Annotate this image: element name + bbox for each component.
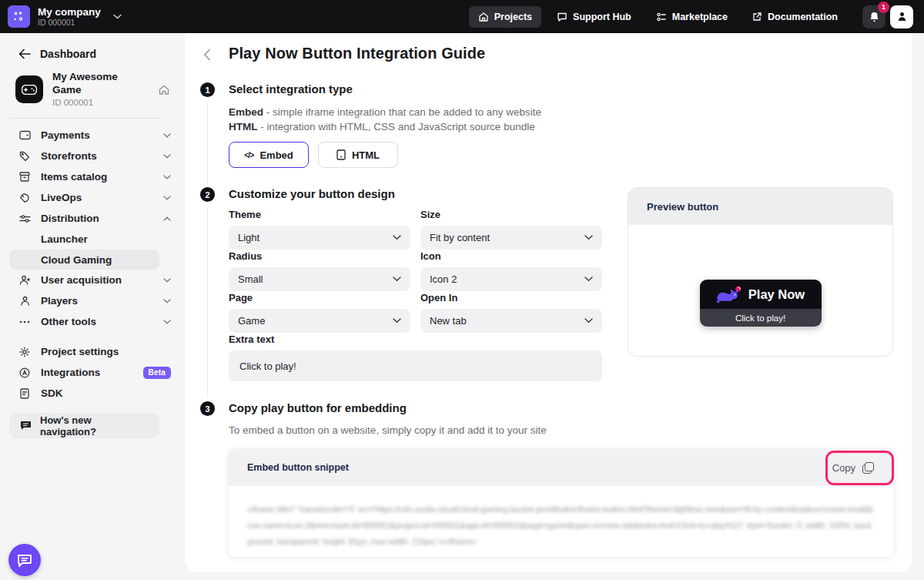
user-icon <box>896 11 908 22</box>
sidebar-item-integrations[interactable]: Integrations Beta <box>0 362 185 383</box>
nav-projects-label: Projects <box>494 12 532 22</box>
step-2-indicator: 2 <box>200 187 215 202</box>
sidebar: Dashboard My Awesome Game ID 000001 Paym… <box>0 33 185 580</box>
beta-badge: Beta <box>143 367 171 379</box>
company-switcher[interactable]: My company ID 000001 <box>8 5 122 28</box>
theme-label: Theme <box>229 209 410 220</box>
embed-type-button[interactable]: </> Embed <box>229 142 309 168</box>
main-content: Play Now Button Integration Guide 1 Sele… <box>185 33 912 572</box>
extra-text-label: Extra text <box>229 334 602 345</box>
support-chat-button[interactable] <box>8 544 41 576</box>
back-icon[interactable] <box>203 49 211 61</box>
sidebar-item-label: Integrations <box>41 367 100 378</box>
size-value: Fit by content <box>430 232 490 243</box>
project-card[interactable]: My Awesome Game ID 000001 <box>0 60 185 108</box>
nav-marketplace-label: Marketplace <box>672 12 728 22</box>
cat-icon <box>716 285 742 303</box>
new-navigation-feedback[interactable]: How's new navigation? <box>9 413 159 438</box>
chat-bubble-icon <box>17 554 32 567</box>
nav-marketplace[interactable]: Marketplace <box>647 6 737 28</box>
sidebar-item-storefronts[interactable]: Storefronts <box>0 146 185 166</box>
radius-value: Small <box>238 273 263 285</box>
nav-support-hub-label: Support Hub <box>573 12 631 22</box>
copy-button[interactable]: Copy <box>832 462 874 474</box>
sidebar-item-sdk[interactable]: SDK <box>0 383 185 404</box>
size-select[interactable]: Fit by content <box>420 226 602 250</box>
size-label: Size <box>420 209 602 220</box>
chat-bubble-icon <box>557 12 567 22</box>
gamepad-icon <box>15 75 43 103</box>
sidebar-item-label: Storefronts <box>41 150 97 162</box>
embed-term: Embed <box>229 106 263 118</box>
extra-text-input[interactable]: Click to play! <box>229 350 602 381</box>
company-logo-icon <box>8 5 30 28</box>
account-button[interactable] <box>890 5 913 28</box>
user-plus-icon <box>18 275 31 285</box>
chevron-up-icon <box>163 216 171 221</box>
open-in-select[interactable]: New tab <box>420 309 602 333</box>
chevron-down-icon <box>163 278 171 283</box>
external-link-icon <box>752 12 762 22</box>
sidebar-item-payments[interactable]: Payments <box>0 125 185 146</box>
theme-select[interactable]: Light <box>229 226 410 250</box>
size-field: Size Fit by content <box>420 209 602 250</box>
chevron-down-icon <box>163 175 171 179</box>
sidebar-item-players[interactable]: Players <box>0 290 185 311</box>
circle-a-icon <box>18 367 31 378</box>
chevron-down-icon <box>584 318 593 324</box>
html-type-button[interactable]: HTML <box>318 142 398 168</box>
sidebar-item-launcher[interactable]: Launcher <box>0 229 185 250</box>
icon-label: Icon <box>420 250 602 262</box>
back-to-dashboard[interactable]: Dashboard <box>0 33 185 60</box>
notifications-button[interactable]: 1 <box>862 5 886 28</box>
document-icon <box>18 388 31 399</box>
sidebar-item-liveops[interactable]: LiveOps <box>0 187 185 208</box>
nav-projects[interactable]: Projects <box>469 6 541 28</box>
topbar: My company ID 000001 Projects Support Hu… <box>0 0 924 33</box>
sidebar-item-label: Launcher <box>41 233 88 245</box>
sidebar-item-label: LiveOps <box>41 192 82 203</box>
project-id: ID 000001 <box>52 97 149 108</box>
integration-type-description: Embed - simple iframe integration that c… <box>229 105 541 134</box>
copy-icon <box>862 462 874 474</box>
page-select[interactable]: Game <box>229 309 410 333</box>
page-value: Game <box>238 315 265 327</box>
step-3-description: To embed a button on a website, simply c… <box>229 423 547 438</box>
icon-select[interactable]: Icon 2 <box>420 267 602 291</box>
sidebar-item-items-catalog[interactable]: Items catalog <box>0 166 185 187</box>
person-icon <box>18 296 31 306</box>
radius-select[interactable]: Small <box>229 267 410 291</box>
sliders-icon <box>18 214 31 223</box>
footer-pill-label: How's new navigation? <box>40 414 149 438</box>
archive-box-icon <box>18 172 31 182</box>
sidebar-item-user-acquisition[interactable]: User acquisition <box>0 270 185 290</box>
sidebar-item-other-tools[interactable]: Other tools <box>0 311 185 332</box>
nav-documentation[interactable]: Documentation <box>743 6 847 28</box>
page-field: Page Game <box>229 292 410 333</box>
chevron-down-icon <box>393 277 401 282</box>
copy-label: Copy <box>832 462 855 474</box>
sidebar-item-cloud-gaming[interactable]: Cloud Gaming <box>9 250 159 270</box>
sidebar-item-project-settings[interactable]: Project settings <box>0 341 185 362</box>
sidebar-item-label: User acquisition <box>41 274 122 286</box>
snippet-code[interactable]: <iframe title='' frameborder='0' src='ht… <box>229 486 894 557</box>
project-name: My Awesome Game <box>52 71 149 97</box>
play-now-preview-button[interactable]: Play Now Click to play! <box>700 280 822 327</box>
sidebar-item-distribution[interactable]: Distribution <box>0 208 185 229</box>
company-id: ID 000001 <box>38 18 101 27</box>
nav-support-hub[interactable]: Support Hub <box>547 6 641 28</box>
chevron-down-icon <box>163 299 171 303</box>
code-icon: </> <box>244 150 253 159</box>
open-in-field: Open In New tab <box>420 292 602 333</box>
chevron-down-icon <box>584 277 593 282</box>
step-connector <box>207 104 208 184</box>
play-now-label: Play Now <box>748 287 805 302</box>
chevron-down-icon <box>163 133 171 138</box>
preview-card-header: Preview button <box>628 188 892 225</box>
gear-icon <box>18 347 31 357</box>
chevron-down-icon <box>163 196 171 200</box>
embed-type-label: Embed <box>259 149 293 161</box>
file-icon <box>336 149 346 160</box>
chevron-down-icon <box>113 14 122 19</box>
html-term: HTML <box>229 121 258 132</box>
